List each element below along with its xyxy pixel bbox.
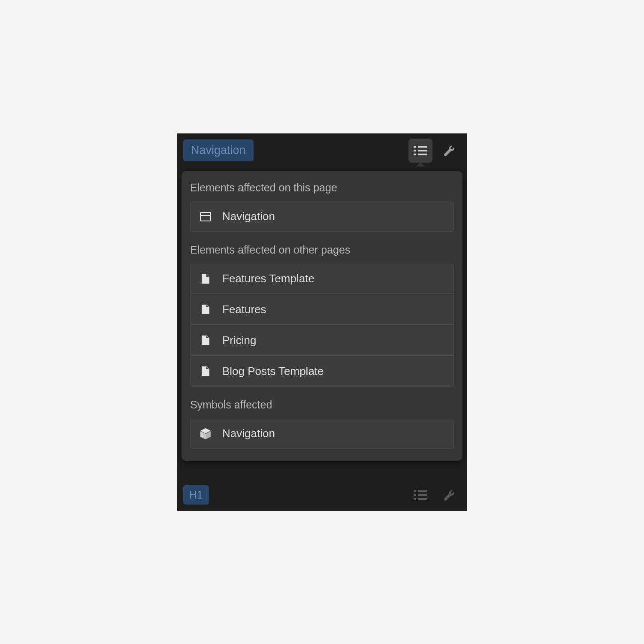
svg-rect-2 xyxy=(414,150,416,151)
svg-rect-3 xyxy=(418,150,427,151)
symbols-list: Navigation xyxy=(190,419,454,449)
svg-rect-10 xyxy=(414,494,416,496)
style-panel: Navigation Ele xyxy=(177,133,467,511)
tag-chip[interactable]: H1 xyxy=(183,485,209,505)
svg-rect-9 xyxy=(418,490,427,492)
list-icon xyxy=(414,490,427,501)
list-item[interactable]: Pricing xyxy=(190,326,454,356)
section-icon xyxy=(200,212,211,221)
settings-button[interactable] xyxy=(437,139,461,163)
wrench-icon xyxy=(442,144,455,157)
tag-chip-label: H1 xyxy=(189,489,203,501)
list-item-label: Features xyxy=(222,303,266,316)
svg-rect-5 xyxy=(418,154,427,155)
section-title-symbols: Symbols affected xyxy=(190,399,454,411)
symbol-icon xyxy=(200,428,211,439)
list-item-label: Features Template xyxy=(222,272,314,285)
page-icon xyxy=(200,274,211,284)
class-chip[interactable]: Navigation xyxy=(183,139,254,161)
class-chip-label: Navigation xyxy=(191,144,246,157)
section-title-other-pages: Elements affected on other pages xyxy=(190,244,454,256)
page-icon xyxy=(200,305,211,314)
settings-button[interactable] xyxy=(437,483,461,507)
list-item[interactable]: Navigation xyxy=(190,202,454,232)
other-pages-list: Features Template Features Pricing Blog … xyxy=(190,264,454,387)
bottombar: H1 xyxy=(177,479,467,511)
svg-rect-4 xyxy=(414,154,416,155)
list-item[interactable]: Blog Posts Template xyxy=(190,357,454,387)
svg-rect-1 xyxy=(418,146,427,148)
list-item-label: Navigation xyxy=(222,210,275,223)
list-item[interactable]: Navigation xyxy=(190,419,454,449)
list-item[interactable]: Features Template xyxy=(190,264,454,294)
this-page-list: Navigation xyxy=(190,202,454,232)
svg-rect-11 xyxy=(418,494,427,496)
affected-elements-popover: Elements affected on this page Navigatio… xyxy=(181,171,463,461)
svg-rect-8 xyxy=(414,490,416,492)
affected-elements-button[interactable] xyxy=(408,483,432,507)
list-icon xyxy=(414,145,427,156)
svg-rect-13 xyxy=(418,498,427,500)
list-item-label: Pricing xyxy=(222,334,256,347)
list-item[interactable]: Features xyxy=(190,295,454,325)
svg-rect-0 xyxy=(414,146,416,148)
affected-elements-button[interactable] xyxy=(408,139,432,163)
list-item-label: Blog Posts Template xyxy=(222,365,324,378)
topbar: Navigation xyxy=(177,133,467,168)
svg-rect-6 xyxy=(200,212,211,221)
list-item-label: Navigation xyxy=(222,427,275,440)
section-title-this-page: Elements affected on this page xyxy=(190,181,454,194)
page-icon xyxy=(200,336,211,345)
page-icon xyxy=(200,366,211,376)
svg-rect-12 xyxy=(414,498,416,500)
wrench-icon xyxy=(442,489,455,502)
